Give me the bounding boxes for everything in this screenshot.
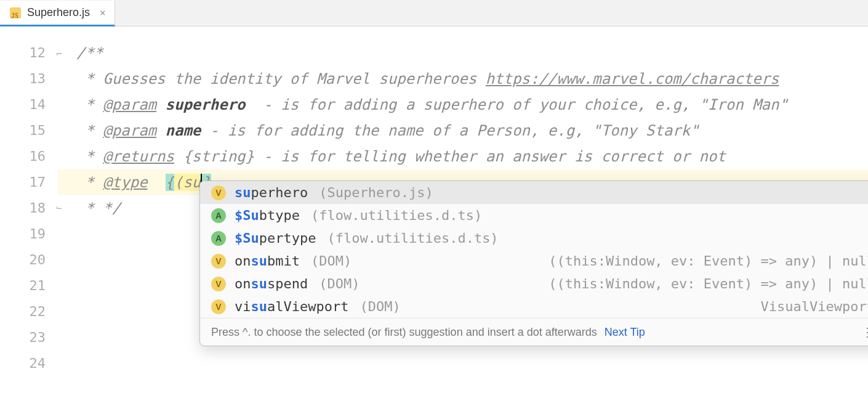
- line-number: 14: [0, 92, 46, 118]
- tab-bar: Superhero.js ×: [0, 0, 868, 26]
- line-number: 19: [0, 221, 46, 247]
- completion-footer: Press ^. to choose the selected (or firs…: [200, 318, 868, 346]
- variable-icon: V: [211, 277, 226, 291]
- completion-location: (DOM): [319, 276, 360, 291]
- line-number: 15: [0, 118, 46, 144]
- line-number: 17: [0, 169, 46, 195]
- code-line: * Guesses the identity of Marvel superhe…: [58, 66, 868, 92]
- overflow-menu-icon[interactable]: ⋮: [861, 325, 868, 339]
- close-icon[interactable]: ×: [100, 7, 106, 18]
- doc-tag: @param: [103, 122, 156, 139]
- completion-name: $Subtype: [235, 208, 300, 223]
- js-file-icon: [9, 6, 22, 20]
- completion-location: (Superhero.js): [319, 185, 433, 200]
- code-line: * @returns {string} - is for telling whe…: [58, 144, 868, 169]
- completion-item[interactable]: A$Subtype(flow.utilities.d.ts): [200, 204, 868, 227]
- doc-link[interactable]: https://www.marvel.com/characters: [486, 70, 779, 87]
- next-tip-link[interactable]: Next Tip: [605, 326, 645, 339]
- completion-type: VisualViewport: [761, 299, 868, 314]
- doc-tag: @type: [103, 174, 147, 191]
- abstract-icon: A: [211, 231, 226, 246]
- completion-item[interactable]: Vonsubmit(DOM)((this:Window, ev: Event) …: [200, 250, 868, 272]
- line-number: 21: [0, 273, 46, 299]
- completion-name: visualViewport: [235, 299, 348, 314]
- line-number: 24: [0, 351, 46, 376]
- code-line: /**: [58, 40, 868, 66]
- doc-tag: @param: [103, 96, 156, 113]
- line-number: 16: [0, 144, 46, 169]
- completion-item[interactable]: Vonsuspend(DOM)((this:Window, ev: Event)…: [200, 272, 868, 295]
- completion-location: (flow.utilities.d.ts): [311, 208, 482, 223]
- completion-type: ((this:Window, ev: Event) => any) | null: [549, 276, 868, 291]
- variable-icon: V: [211, 299, 226, 314]
- gutter: ⌐ ⌙ 12131415161718192021222324: [0, 26, 58, 398]
- tab-label: Superhero.js: [27, 6, 90, 19]
- footer-hint: Press ^. to choose the selected (or firs…: [211, 326, 597, 339]
- completion-name: onsubmit: [235, 253, 300, 269]
- line-number: 20: [0, 247, 46, 273]
- completion-name: $Supertype: [235, 230, 316, 246]
- completion-location: (DOM): [360, 299, 400, 314]
- editor[interactable]: ⌐ ⌙ 12131415161718192021222324 /** * Gue…: [0, 26, 868, 398]
- variable-icon: V: [211, 185, 226, 200]
- completion-item[interactable]: A$Supertype(flow.utilities.d.ts): [200, 227, 868, 250]
- tab-superhero[interactable]: Superhero.js ×: [0, 1, 115, 26]
- code-line: * @param superhero - is for adding a sup…: [58, 92, 868, 118]
- completion-type: ((this:Window, ev: Event) => any) | null: [549, 253, 868, 269]
- completion-location: (flow.utilities.d.ts): [327, 230, 498, 246]
- completion-location: (DOM): [311, 253, 352, 269]
- completion-name: superhero: [235, 185, 308, 200]
- line-number: 23: [0, 325, 46, 351]
- line-number: 22: [0, 299, 46, 325]
- doc-tag: @returns: [103, 148, 174, 165]
- variable-icon: V: [211, 254, 226, 269]
- code-area[interactable]: /** * Guesses the identity of Marvel sup…: [58, 26, 868, 398]
- completion-popup: Vsuperhero(Superhero.js)A$Subtype(flow.u…: [199, 181, 868, 346]
- line-number: 18: [0, 195, 46, 221]
- completion-item[interactable]: VvisualViewport(DOM)VisualViewport: [200, 295, 868, 318]
- abstract-icon: A: [211, 208, 226, 223]
- code-line: * @param name - is for adding the name o…: [58, 118, 868, 144]
- completion-name: onsuspend: [235, 276, 308, 291]
- line-number: 12: [0, 40, 46, 66]
- completion-item[interactable]: Vsuperhero(Superhero.js): [200, 181, 868, 204]
- line-number: 13: [0, 66, 46, 92]
